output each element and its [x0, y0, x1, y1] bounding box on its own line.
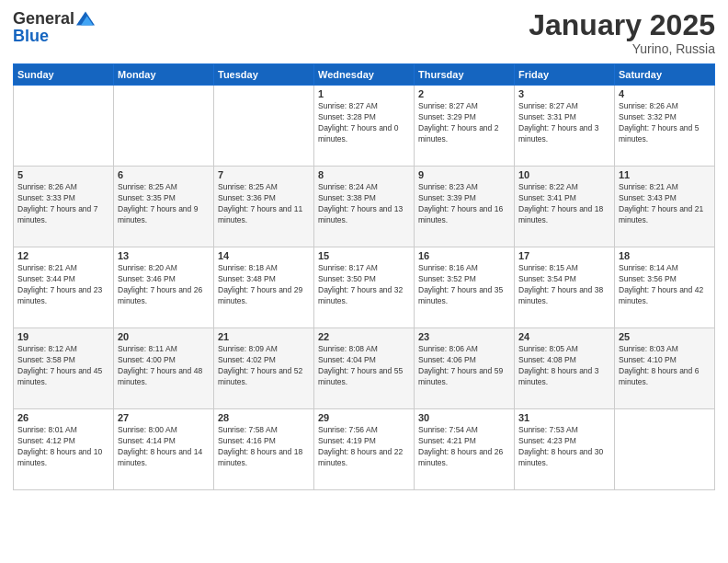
calendar-cell: 2Sunrise: 8:27 AMSunset: 3:29 PMDaylight…: [415, 86, 515, 167]
day-number: 29: [318, 412, 410, 423]
day-header-tuesday: Tuesday: [214, 64, 314, 86]
day-number: 16: [418, 250, 510, 261]
calendar-week-row: 1Sunrise: 8:27 AMSunset: 3:28 PMDaylight…: [14, 86, 715, 167]
day-header-saturday: Saturday: [615, 64, 715, 86]
day-number: 11: [619, 169, 711, 180]
day-info: Sunrise: 7:56 AMSunset: 4:19 PMDaylight:…: [318, 425, 410, 469]
calendar-cell: 9Sunrise: 8:23 AMSunset: 3:39 PMDaylight…: [415, 167, 515, 247]
day-info: Sunrise: 8:00 AMSunset: 4:14 PMDaylight:…: [118, 425, 210, 469]
day-number: 17: [518, 250, 610, 261]
day-number: 7: [218, 169, 310, 180]
logo-blue-text: Blue: [13, 27, 49, 45]
day-info: Sunrise: 8:01 AMSunset: 4:12 PMDaylight:…: [17, 425, 109, 469]
calendar-cell: 21Sunrise: 8:09 AMSunset: 4:02 PMDayligh…: [214, 328, 314, 409]
calendar-cell: [114, 86, 214, 167]
calendar-week-row: 5Sunrise: 8:26 AMSunset: 3:33 PMDaylight…: [14, 167, 715, 247]
day-info: Sunrise: 8:03 AMSunset: 4:10 PMDaylight:…: [619, 344, 711, 388]
calendar-cell: 19Sunrise: 8:12 AMSunset: 3:58 PMDayligh…: [14, 328, 114, 409]
title-area: January 2025 Yurino, Russia: [529, 9, 715, 56]
day-header-thursday: Thursday: [415, 64, 515, 86]
day-number: 20: [118, 331, 210, 342]
calendar-cell: 13Sunrise: 8:20 AMSunset: 3:46 PMDayligh…: [114, 247, 214, 328]
day-info: Sunrise: 8:25 AMSunset: 3:35 PMDaylight:…: [118, 182, 210, 226]
calendar-cell: 26Sunrise: 8:01 AMSunset: 4:12 PMDayligh…: [14, 409, 114, 490]
calendar-cell: 18Sunrise: 8:14 AMSunset: 3:56 PMDayligh…: [615, 247, 715, 328]
calendar-cell: 6Sunrise: 8:25 AMSunset: 3:35 PMDaylight…: [114, 167, 214, 247]
calendar-cell: [214, 86, 314, 167]
day-number: 15: [318, 250, 410, 261]
day-info: Sunrise: 7:58 AMSunset: 4:16 PMDaylight:…: [218, 425, 310, 469]
calendar-cell: 20Sunrise: 8:11 AMSunset: 4:00 PMDayligh…: [114, 328, 214, 409]
day-number: 2: [418, 88, 510, 99]
day-number: 31: [518, 412, 610, 423]
header: General Blue January 2025 Yurino, Russia: [13, 9, 715, 56]
calendar-cell: [615, 409, 715, 490]
day-info: Sunrise: 8:27 AMSunset: 3:28 PMDaylight:…: [318, 101, 410, 145]
day-info: Sunrise: 8:11 AMSunset: 4:00 PMDaylight:…: [118, 344, 210, 388]
day-number: 10: [518, 169, 610, 180]
day-number: 19: [17, 331, 109, 342]
calendar-cell: 10Sunrise: 8:22 AMSunset: 3:41 PMDayligh…: [515, 167, 615, 247]
day-number: 14: [218, 250, 310, 261]
day-info: Sunrise: 8:21 AMSunset: 3:43 PMDaylight:…: [619, 182, 711, 226]
calendar-cell: 15Sunrise: 8:17 AMSunset: 3:50 PMDayligh…: [314, 247, 415, 328]
day-info: Sunrise: 8:26 AMSunset: 3:32 PMDaylight:…: [619, 101, 711, 145]
calendar-cell: 25Sunrise: 8:03 AMSunset: 4:10 PMDayligh…: [615, 328, 715, 409]
calendar-week-row: 19Sunrise: 8:12 AMSunset: 3:58 PMDayligh…: [14, 328, 715, 409]
day-number: 26: [17, 412, 109, 423]
calendar-cell: 30Sunrise: 7:54 AMSunset: 4:21 PMDayligh…: [415, 409, 515, 490]
calendar-week-row: 26Sunrise: 8:01 AMSunset: 4:12 PMDayligh…: [14, 409, 715, 490]
day-info: Sunrise: 8:17 AMSunset: 3:50 PMDaylight:…: [318, 263, 410, 307]
calendar-cell: 8Sunrise: 8:24 AMSunset: 3:38 PMDaylight…: [314, 167, 415, 247]
calendar-cell: 24Sunrise: 8:05 AMSunset: 4:08 PMDayligh…: [515, 328, 615, 409]
day-number: 18: [619, 250, 711, 261]
calendar-cell: 23Sunrise: 8:06 AMSunset: 4:06 PMDayligh…: [415, 328, 515, 409]
logo-icon: [76, 9, 95, 28]
day-info: Sunrise: 8:09 AMSunset: 4:02 PMDaylight:…: [218, 344, 310, 388]
day-number: 3: [518, 88, 610, 99]
logo-general-text: General: [13, 10, 74, 27]
day-info: Sunrise: 8:16 AMSunset: 3:52 PMDaylight:…: [418, 263, 510, 307]
day-info: Sunrise: 8:18 AMSunset: 3:48 PMDaylight:…: [218, 263, 310, 307]
location: Yurino, Russia: [529, 41, 715, 56]
calendar-cell: [14, 86, 114, 167]
calendar-header-row: SundayMondayTuesdayWednesdayThursdayFrid…: [14, 64, 715, 86]
calendar-cell: 14Sunrise: 8:18 AMSunset: 3:48 PMDayligh…: [214, 247, 314, 328]
calendar-cell: 3Sunrise: 8:27 AMSunset: 3:31 PMDaylight…: [515, 86, 615, 167]
day-number: 1: [318, 88, 410, 99]
day-info: Sunrise: 8:20 AMSunset: 3:46 PMDaylight:…: [118, 263, 210, 307]
day-number: 8: [318, 169, 410, 180]
day-info: Sunrise: 8:21 AMSunset: 3:44 PMDaylight:…: [17, 263, 109, 307]
day-number: 28: [218, 412, 310, 423]
day-header-wednesday: Wednesday: [314, 64, 415, 86]
day-info: Sunrise: 8:15 AMSunset: 3:54 PMDaylight:…: [518, 263, 610, 307]
calendar-cell: 7Sunrise: 8:25 AMSunset: 3:36 PMDaylight…: [214, 167, 314, 247]
calendar-cell: 22Sunrise: 8:08 AMSunset: 4:04 PMDayligh…: [314, 328, 415, 409]
day-number: 24: [518, 331, 610, 342]
day-number: 5: [17, 169, 109, 180]
day-info: Sunrise: 7:54 AMSunset: 4:21 PMDaylight:…: [418, 425, 510, 469]
day-header-sunday: Sunday: [14, 64, 114, 86]
calendar-cell: 5Sunrise: 8:26 AMSunset: 3:33 PMDaylight…: [14, 167, 114, 247]
day-info: Sunrise: 8:05 AMSunset: 4:08 PMDaylight:…: [518, 344, 610, 388]
day-number: 30: [418, 412, 510, 423]
day-number: 21: [218, 331, 310, 342]
day-info: Sunrise: 7:53 AMSunset: 4:23 PMDaylight:…: [518, 425, 610, 469]
calendar-cell: 16Sunrise: 8:16 AMSunset: 3:52 PMDayligh…: [415, 247, 515, 328]
day-number: 13: [118, 250, 210, 261]
day-info: Sunrise: 8:26 AMSunset: 3:33 PMDaylight:…: [17, 182, 109, 226]
day-number: 4: [619, 88, 711, 99]
day-info: Sunrise: 8:27 AMSunset: 3:31 PMDaylight:…: [518, 101, 610, 145]
day-number: 12: [17, 250, 109, 261]
day-info: Sunrise: 8:27 AMSunset: 3:29 PMDaylight:…: [418, 101, 510, 145]
calendar-week-row: 12Sunrise: 8:21 AMSunset: 3:44 PMDayligh…: [14, 247, 715, 328]
day-header-friday: Friday: [515, 64, 615, 86]
day-number: 25: [619, 331, 711, 342]
month-title: January 2025: [529, 9, 715, 41]
day-number: 23: [418, 331, 510, 342]
calendar-cell: 11Sunrise: 8:21 AMSunset: 3:43 PMDayligh…: [615, 167, 715, 247]
page-container: General Blue January 2025 Yurino, Russia…: [0, 0, 728, 563]
calendar-cell: 28Sunrise: 7:58 AMSunset: 4:16 PMDayligh…: [214, 409, 314, 490]
day-info: Sunrise: 8:14 AMSunset: 3:56 PMDaylight:…: [619, 263, 711, 307]
logo: General Blue: [13, 9, 95, 45]
